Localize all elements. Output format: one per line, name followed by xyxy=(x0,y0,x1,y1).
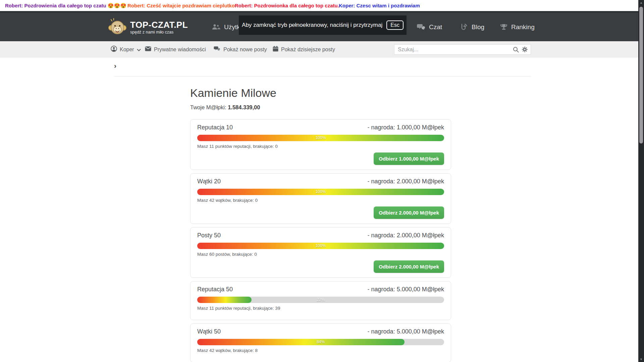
milestone-title: Wątki 50 xyxy=(197,328,221,335)
breadcrumb-chevron[interactable]: › xyxy=(114,62,116,70)
milestone-card: Posty 50 - nagroda: 2.000,00 M@łpek 100%… xyxy=(190,227,451,278)
blog-icon xyxy=(460,23,468,31)
ticker-message: Robert: Pozdrowionka dla całego top czat… xyxy=(235,0,339,11)
user-circle-icon xyxy=(111,46,117,53)
brand-tagline: spędź z nami miło czas xyxy=(130,30,188,35)
site-logo[interactable]: TOP-CZAT.PL spędź z nami miło czas xyxy=(108,17,188,38)
toolbar-user-menu[interactable]: Koper xyxy=(111,41,141,58)
page-scrollbar: ▲ ▼ xyxy=(638,0,644,362)
ticker-message: Robert: Pozdrowienia dla całego top czat… xyxy=(5,0,126,11)
nav-label: Ranking xyxy=(511,23,535,31)
balance-line: Twoje M@łpki: 1.584.339,00 xyxy=(190,104,451,111)
toolbar-new-posts[interactable]: Pokaż nowe posty xyxy=(214,41,267,58)
toolbar-label: Prywatne wiadomości xyxy=(154,47,206,53)
ticker-text: Pozdrowionka dla całego top czatu. xyxy=(254,3,339,8)
users-icon xyxy=(211,24,221,31)
chat-ticker: Robert: Pozdrowienia dla całego top czat… xyxy=(0,0,644,11)
progress-label: 100% xyxy=(197,135,444,141)
toast-text: Aby zamknąć tryb pełnoekranowy, naciśnij… xyxy=(242,22,382,28)
milestone-list: Reputacja 10 - nagroda: 1.000,00 M@łpek … xyxy=(190,119,451,362)
ticker-text: Czesc witam i pozdrawiam xyxy=(357,3,420,8)
chevron-down-icon xyxy=(137,47,141,53)
nav-label: Blog xyxy=(472,23,484,31)
milestone-card: Wątki 20 - nagroda: 2.000,00 M@łpek 100%… xyxy=(190,173,451,224)
calendar-icon xyxy=(273,46,278,53)
esc-key-label: Esc xyxy=(386,20,404,30)
milestone-title: Reputacja 50 xyxy=(197,286,233,293)
fullscreen-exit-toast: Aby zamknąć tryb pełnoekranowy, naciśnij… xyxy=(239,15,407,35)
milestone-title: Posty 50 xyxy=(197,232,221,239)
ticker-author: Robert: xyxy=(127,3,145,8)
chat-bubbles-icon xyxy=(417,23,426,31)
content-divider xyxy=(114,76,531,76)
progress-label: 22% xyxy=(197,297,444,303)
gear-icon[interactable] xyxy=(522,47,528,52)
envelope-icon xyxy=(145,46,151,53)
ticker-message: Koper: Czesc witam i pozdrawiam xyxy=(339,0,420,11)
toolbar-label: Pokaż dzisiejsze posty xyxy=(281,47,335,53)
ticker-author: Robert: xyxy=(235,3,253,8)
toolbar-private-messages[interactable]: Prywatne wiadomości xyxy=(145,41,206,58)
scroll-down-icon[interactable]: ▼ xyxy=(638,358,644,361)
toolbar-label: Koper xyxy=(120,47,134,53)
milestone-status: Masz 11 punktów reputacji, brakujące: 39 xyxy=(197,305,444,311)
progress-bar: 22% xyxy=(197,297,444,303)
progress-label: 84% xyxy=(197,339,444,345)
scrollbar-thumb[interactable] xyxy=(639,7,643,143)
toolbar-today-posts[interactable]: Pokaż dzisiejsze posty xyxy=(273,41,335,58)
monkey-icon xyxy=(108,17,127,38)
milestone-status: Masz 11 punktów reputacji, brakujące: 0 xyxy=(197,143,444,149)
progress-bar: 100% xyxy=(197,189,444,195)
ticker-author: Koper: xyxy=(339,3,355,8)
milestone-title: Wątki 20 xyxy=(197,178,221,185)
progress-bar: 100% xyxy=(197,243,444,249)
ticker-author: Robert: xyxy=(5,3,23,8)
nav-label: Czat xyxy=(429,23,442,31)
milestone-reward: - nagroda: 2.000,00 M@łpek xyxy=(368,178,444,185)
toolbar-label: Pokaż nowe posty xyxy=(223,47,267,53)
milestone-status: Masz 42 wątków, brakujące: 8 xyxy=(197,348,444,353)
progress-bar: 100% xyxy=(197,135,444,141)
nav-item-czat[interactable]: Czat xyxy=(417,13,442,41)
milestone-reward: - nagroda: 2.000,00 M@łpek xyxy=(368,232,444,239)
search-input[interactable] xyxy=(394,47,513,53)
claim-reward-button[interactable]: Odbierz 1.000,00 M@łpek xyxy=(374,153,444,165)
nav-item-blog[interactable]: Blog xyxy=(460,13,484,41)
progress-label: 100% xyxy=(197,189,444,195)
search-icon[interactable] xyxy=(513,47,519,53)
main-header: TOP-CZAT.PL spędź z nami miło czas Użytk… xyxy=(0,11,644,41)
milestone-status: Masz 42 wątków, brakujące: 0 xyxy=(197,197,444,203)
milestones-page: Kamienie Milowe Twoje M@łpki: 1.584.339,… xyxy=(190,86,451,362)
milestone-card: Reputacja 10 - nagroda: 1.000,00 M@łpek … xyxy=(190,119,451,170)
claim-reward-button[interactable]: Odbierz 2.000,00 M@łpek xyxy=(374,206,444,219)
page-title: Kamienie Milowe xyxy=(190,86,451,100)
chat-bubbles-icon xyxy=(214,46,221,53)
search-box xyxy=(394,44,531,55)
milestone-status: Masz 60 postów, brakujące: 0 xyxy=(197,251,444,257)
brand-title: TOP-CZAT.PL xyxy=(130,20,188,29)
balance-label: Twoje M@łpki: xyxy=(190,104,226,110)
claim-reward-button[interactable]: Odbierz 2.000,00 M@łpek xyxy=(374,260,444,273)
milestone-reward: - nagroda: 5.000,00 M@łpek xyxy=(368,286,444,293)
milestone-title: Reputacja 10 xyxy=(197,124,233,131)
milestone-card: Reputacja 50 - nagroda: 5.000,00 M@łpek … xyxy=(190,281,451,320)
progress-bar: 84% xyxy=(197,339,444,345)
milestone-reward: - nagroda: 1.000,00 M@łpek xyxy=(368,124,444,131)
scroll-up-icon[interactable]: ▲ xyxy=(638,1,644,4)
ticker-message: Robert: Cześć witajcie pozdrawiam cieplu… xyxy=(127,0,235,11)
progress-label: 100% xyxy=(197,243,444,249)
milestone-reward: - nagroda: 5.000,00 M@łpek xyxy=(368,328,444,335)
user-toolbar: Koper Prywatne wiadomości Pokaż nowe pos… xyxy=(0,41,644,58)
ticker-text: Cześć witajcie pozdrawiam cieplutko xyxy=(147,3,235,8)
nav-item-ranking[interactable]: Ranking xyxy=(500,13,535,41)
ticker-text: Pozdrowienia dla całego top czatu 😍😍😍 xyxy=(24,3,127,8)
balance-value: 1.584.339,00 xyxy=(228,104,260,110)
milestone-card: Wątki 50 - nagroda: 5.000,00 M@łpek 84% … xyxy=(190,323,451,362)
trophy-icon xyxy=(500,23,508,31)
